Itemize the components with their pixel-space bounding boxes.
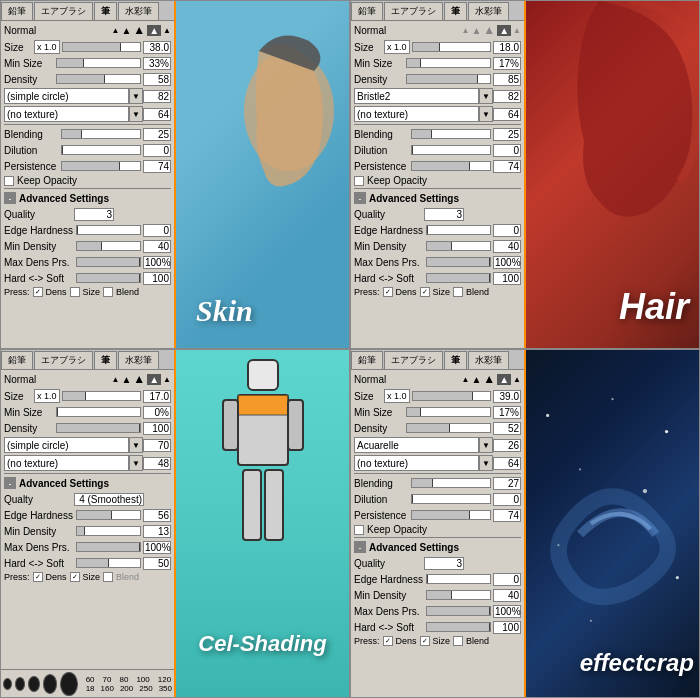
press-size-checkbox-skin[interactable] bbox=[70, 287, 80, 297]
tab-airbrush-hair[interactable]: エアブラシ bbox=[384, 2, 443, 20]
press-row-effect: Press: ✓ Dens ✓ Size Blend bbox=[351, 635, 524, 647]
hard-soft-slider-skin[interactable] bbox=[76, 273, 141, 283]
tab-watercolor-hair[interactable]: 水彩筆 bbox=[468, 2, 509, 20]
brush-60[interactable] bbox=[3, 678, 12, 690]
brush-80[interactable] bbox=[28, 676, 40, 692]
press-size-checkbox-effect[interactable]: ✓ bbox=[420, 636, 430, 646]
tab-watercolor-effect[interactable]: 水彩筆 bbox=[468, 351, 509, 369]
keep-opacity-checkbox-skin[interactable] bbox=[4, 176, 14, 186]
press-blend-checkbox-cel[interactable] bbox=[103, 572, 113, 582]
texture-select-hair[interactable]: (no texture) bbox=[354, 106, 479, 122]
edge-hardness-slider-skin[interactable] bbox=[76, 225, 141, 235]
tab-watercolor-skin[interactable]: 水彩筆 bbox=[118, 2, 159, 20]
size-multiplier-skin[interactable]: x 1.0 bbox=[34, 40, 60, 54]
advanced-header-effect[interactable]: - Advanced Settings bbox=[351, 539, 524, 555]
advanced-header-hair[interactable]: - Advanced Settings bbox=[351, 190, 524, 206]
size-slider-hair[interactable] bbox=[412, 42, 491, 52]
tab-brush-hair[interactable]: 筆 bbox=[444, 2, 467, 20]
min-density-row-skin: Min Density 40 bbox=[1, 238, 174, 254]
texture-select-skin[interactable]: (no texture) bbox=[4, 106, 129, 122]
tab-pencil-skin[interactable]: 鉛筆 bbox=[1, 2, 33, 20]
blending-slider-hair[interactable] bbox=[411, 129, 491, 139]
texture-arrow-hair[interactable]: ▼ bbox=[479, 106, 493, 122]
hard-soft-slider-cel[interactable] bbox=[76, 558, 141, 568]
tab-brush-cel[interactable]: 筆 bbox=[94, 351, 117, 369]
bristle-arrow-effect[interactable]: ▼ bbox=[479, 437, 493, 453]
size-multiplier-cel[interactable]: x 1.0 bbox=[34, 389, 60, 403]
max-dens-prs-slider-effect[interactable] bbox=[426, 606, 491, 616]
max-dens-prs-slider-hair[interactable] bbox=[426, 257, 491, 267]
density-slider-effect[interactable] bbox=[406, 423, 491, 433]
texture-arrow-effect[interactable]: ▼ bbox=[479, 455, 493, 471]
tab-brush-effect[interactable]: 筆 bbox=[444, 351, 467, 369]
bristle-select-hair[interactable]: Bristle2 bbox=[354, 88, 479, 104]
brush-120[interactable] bbox=[60, 672, 77, 696]
min-density-slider-skin[interactable] bbox=[76, 241, 141, 251]
dilution-slider-effect[interactable] bbox=[411, 494, 491, 504]
tab-watercolor-cel[interactable]: 水彩筆 bbox=[118, 351, 159, 369]
bristle-select-skin[interactable]: (simple circle) bbox=[4, 88, 129, 104]
edge-hardness-slider-cel[interactable] bbox=[76, 510, 141, 520]
min-size-slider-cel[interactable] bbox=[56, 407, 141, 417]
min-density-slider-hair[interactable] bbox=[426, 241, 491, 251]
advanced-header-cel[interactable]: - Advanced Settings bbox=[1, 475, 174, 491]
press-dens-checkbox-skin[interactable]: ✓ bbox=[33, 287, 43, 297]
persistence-slider-skin[interactable] bbox=[61, 161, 141, 171]
keep-opacity-checkbox-effect[interactable] bbox=[354, 525, 364, 535]
min-size-slider-hair[interactable] bbox=[406, 58, 491, 68]
brush-70[interactable] bbox=[15, 677, 25, 691]
size-slider-cel[interactable] bbox=[62, 391, 141, 401]
size-label-hair: Size bbox=[354, 42, 384, 53]
density-slider-cel[interactable] bbox=[56, 423, 141, 433]
hard-soft-slider-hair[interactable] bbox=[426, 273, 491, 283]
press-dens-checkbox-cel[interactable]: ✓ bbox=[33, 572, 43, 582]
blending-slider-skin[interactable] bbox=[61, 129, 141, 139]
press-size-checkbox-cel[interactable]: ✓ bbox=[70, 572, 80, 582]
press-blend-checkbox-effect[interactable] bbox=[453, 636, 463, 646]
persistence-slider-hair[interactable] bbox=[411, 161, 491, 171]
tab-pencil-hair[interactable]: 鉛筆 bbox=[351, 2, 383, 20]
press-size-checkbox-hair[interactable]: ✓ bbox=[420, 287, 430, 297]
min-size-slider-effect[interactable] bbox=[406, 407, 491, 417]
bristle-arrow-hair[interactable]: ▼ bbox=[479, 88, 493, 104]
press-blend-checkbox-hair[interactable] bbox=[453, 287, 463, 297]
min-density-slider-effect[interactable] bbox=[426, 590, 491, 600]
tab-airbrush-skin[interactable]: エアブラシ bbox=[34, 2, 93, 20]
min-size-slider-skin[interactable] bbox=[56, 58, 141, 68]
tab-airbrush-cel[interactable]: エアブラシ bbox=[34, 351, 93, 369]
edge-hardness-slider-hair[interactable] bbox=[426, 225, 491, 235]
texture-select-cel[interactable]: (no texture) bbox=[4, 455, 129, 471]
advanced-header-skin[interactable]: - Advanced Settings bbox=[1, 190, 174, 206]
dilution-slider-hair[interactable] bbox=[411, 145, 491, 155]
density-slider-hair[interactable] bbox=[406, 74, 491, 84]
keep-opacity-checkbox-hair[interactable] bbox=[354, 176, 364, 186]
tab-airbrush-effect[interactable]: エアブラシ bbox=[384, 351, 443, 369]
texture-select-effect[interactable]: (no texture) bbox=[354, 455, 479, 471]
brush-100[interactable] bbox=[43, 674, 57, 694]
bristle-arrow-skin[interactable]: ▼ bbox=[129, 88, 143, 104]
tab-brush-skin[interactable]: 筆 bbox=[94, 2, 117, 20]
tab-pencil-cel[interactable]: 鉛筆 bbox=[1, 351, 33, 369]
texture-arrow-skin[interactable]: ▼ bbox=[129, 106, 143, 122]
tab-pencil-effect[interactable]: 鉛筆 bbox=[351, 351, 383, 369]
texture-arrow-cel[interactable]: ▼ bbox=[129, 455, 143, 471]
blending-slider-effect[interactable] bbox=[411, 478, 491, 488]
bristle-select-cel[interactable]: (simple circle) bbox=[4, 437, 129, 453]
hard-soft-slider-effect[interactable] bbox=[426, 622, 491, 632]
press-dens-checkbox-effect[interactable]: ✓ bbox=[383, 636, 393, 646]
bristle-arrow-cel[interactable]: ▼ bbox=[129, 437, 143, 453]
size-slider-skin[interactable] bbox=[62, 42, 141, 52]
press-blend-checkbox-skin[interactable] bbox=[103, 287, 113, 297]
edge-hardness-slider-effect[interactable] bbox=[426, 574, 491, 584]
size-slider-effect[interactable] bbox=[412, 391, 491, 401]
density-slider-skin[interactable] bbox=[56, 74, 141, 84]
press-dens-checkbox-hair[interactable]: ✓ bbox=[383, 287, 393, 297]
size-multiplier-effect[interactable]: x 1.0 bbox=[384, 389, 410, 403]
bristle-select-effect[interactable]: Acuarelle bbox=[354, 437, 479, 453]
max-dens-prs-slider-skin[interactable] bbox=[76, 257, 141, 267]
dilution-slider-skin[interactable] bbox=[61, 145, 141, 155]
max-dens-prs-slider-cel[interactable] bbox=[76, 542, 141, 552]
min-density-slider-cel[interactable] bbox=[76, 526, 141, 536]
size-multiplier-hair[interactable]: x 1.0 bbox=[384, 40, 410, 54]
persistence-slider-effect[interactable] bbox=[411, 510, 491, 520]
